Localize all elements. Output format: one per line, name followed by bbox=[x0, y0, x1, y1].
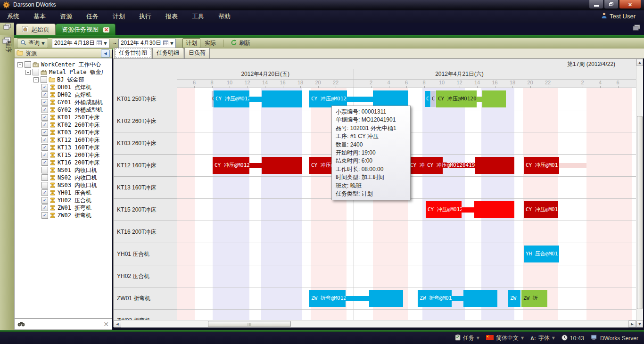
status-item-server[interactable]: DWorks Server bbox=[591, 335, 638, 342]
tree-node-kt01[interactable]: ✓KT01 250T冲床 bbox=[15, 114, 112, 121]
view-tab-gantt[interactable]: 任务甘特图 bbox=[115, 48, 151, 58]
menu-item-7[interactable]: 工具 bbox=[185, 10, 211, 23]
tree-node-workcenter[interactable]: WorkCenter 工作中心 bbox=[15, 61, 112, 68]
checkbox[interactable]: ✓ bbox=[41, 91, 48, 98]
task-bar[interactable] bbox=[475, 157, 514, 174]
tree-node-kt16[interactable]: ✓KT16 200T冲床 bbox=[15, 159, 112, 166]
checkbox[interactable] bbox=[25, 61, 31, 68]
windows-menu-icon[interactable] bbox=[633, 25, 640, 33]
tree-node-gy02[interactable]: ✓GY02 外桶成型机 bbox=[15, 106, 112, 114]
checkbox[interactable] bbox=[33, 69, 39, 75]
task-bar[interactable]: CY 冲压@MO12041901 bbox=[309, 90, 347, 107]
tab-close-icon[interactable]: ✕ bbox=[103, 27, 109, 33]
view-tab-dayload[interactable]: 日负荷 bbox=[184, 48, 210, 58]
task-bar[interactable]: ZW 折 bbox=[521, 290, 547, 307]
status-item-flag[interactable]: 简体中文▼ bbox=[486, 334, 524, 342]
checkbox[interactable]: ✓ bbox=[41, 144, 48, 151]
chevron-down-icon[interactable]: ▼ bbox=[521, 336, 524, 340]
user-area[interactable]: Test User bbox=[601, 12, 636, 20]
task-bar[interactable]: CY 冲压@MO12041901 bbox=[214, 90, 249, 107]
tree-node-ns01[interactable]: NS01 内收口机 bbox=[15, 166, 112, 174]
task-bar[interactable] bbox=[369, 290, 403, 307]
query-button[interactable]: 查询 ▼ bbox=[17, 38, 48, 48]
checkbox[interactable]: ✓ bbox=[41, 137, 48, 143]
tree-node-gy01[interactable]: ✓GY01 外桶成型机 bbox=[15, 98, 112, 106]
menu-item-3[interactable]: 任务 bbox=[79, 10, 106, 23]
task-chip[interactable]: C bbox=[431, 91, 436, 107]
task-bar[interactable]: CY 冲压@MO12041904 bbox=[213, 157, 249, 174]
side-collapsed-panel[interactable] bbox=[0, 35, 14, 330]
checkbox[interactable] bbox=[41, 76, 47, 83]
tree-node-dh01[interactable]: ✓DH01 点焊机 bbox=[15, 83, 112, 91]
task-bar[interactable]: CY 冲压@MO12041902 bbox=[436, 90, 477, 107]
checkbox[interactable]: ✓ bbox=[41, 106, 48, 113]
h-scrollbar[interactable]: ◀ ▶ bbox=[114, 320, 636, 328]
status-item-tasks[interactable]: 任务▼ bbox=[455, 334, 479, 342]
tree-node-kt12[interactable]: ✓KT12 160T冲床 bbox=[15, 136, 112, 144]
tree-node-ns03[interactable]: NS03 内收口机 bbox=[15, 181, 112, 189]
minimize-button[interactable] bbox=[589, 0, 603, 9]
date-to-field[interactable]: 2012年 4月30日 ▼ bbox=[118, 39, 176, 48]
task-chip[interactable]: C bbox=[425, 91, 430, 107]
checkbox[interactable] bbox=[41, 182, 48, 188]
task-bar[interactable] bbox=[463, 290, 497, 307]
checkbox[interactable]: ✓ bbox=[41, 122, 48, 128]
expander-icon[interactable] bbox=[33, 77, 39, 82]
tree-node-ns02[interactable]: NS02 内收口机 bbox=[15, 174, 112, 181]
expander-icon[interactable] bbox=[17, 62, 23, 67]
side-tab-programs[interactable]: 程序 bbox=[4, 41, 13, 52]
task-bar[interactable]: ZW 折弯@MO12041901 bbox=[309, 290, 346, 307]
chevron-down-icon[interactable]: ▼ bbox=[104, 41, 107, 46]
close-button[interactable]: × bbox=[619, 0, 641, 9]
status-item-clock[interactable]: 10:43 bbox=[561, 335, 584, 342]
menu-item-8[interactable]: 帮助 bbox=[211, 10, 238, 23]
tree-node-yh02[interactable]: ✓YH02 压合机 bbox=[15, 197, 112, 204]
date-from-field[interactable]: 2012年 4月18日 ▼ bbox=[52, 39, 109, 48]
tree-node-zw02[interactable]: ✓ZW02 折弯机 bbox=[15, 212, 112, 219]
task-bar[interactable] bbox=[482, 90, 506, 107]
menu-item-0[interactable]: 系统 bbox=[0, 10, 26, 23]
menu-item-6[interactable]: 报表 bbox=[158, 10, 185, 23]
binoculars-icon[interactable] bbox=[17, 320, 25, 328]
chevron-down-icon[interactable]: ▼ bbox=[477, 336, 479, 340]
h-scroll-thumb[interactable] bbox=[208, 321, 291, 327]
v-scrollbar[interactable]: ▲ ▼ bbox=[636, 59, 643, 328]
doc-tab-home[interactable]: 起始页 bbox=[16, 24, 56, 35]
scroll-left-arrow[interactable]: ◀ bbox=[114, 320, 121, 328]
task-bar[interactable]: CY 冲压@MO1 bbox=[524, 157, 559, 174]
tree-node-kt13[interactable]: ✓KT13 160T冲床 bbox=[15, 144, 112, 151]
task-bar[interactable] bbox=[373, 90, 408, 107]
view-tab-detail[interactable]: 任务明细 bbox=[152, 48, 183, 58]
v-scroll-thumb[interactable] bbox=[637, 116, 643, 309]
task-bar[interactable] bbox=[262, 90, 302, 107]
checkbox[interactable] bbox=[41, 167, 48, 173]
chevron-down-icon[interactable]: ▼ bbox=[552, 336, 555, 340]
menu-item-4[interactable]: 计划 bbox=[106, 10, 132, 23]
checkbox[interactable] bbox=[41, 174, 48, 181]
tree-node-kt02[interactable]: ✓KT02 260T冲床 bbox=[15, 121, 112, 129]
tree-node-metal[interactable]: Metal Plate 钣金厂 bbox=[15, 68, 112, 76]
tree-node-yh01[interactable]: ✓YH01 压合机 bbox=[15, 189, 112, 197]
menu-item-1[interactable]: 基本 bbox=[26, 10, 53, 23]
checkbox[interactable]: ✓ bbox=[41, 152, 48, 158]
tree-node-dh02[interactable]: ✓DH02 点焊机 bbox=[15, 91, 112, 98]
task-bar[interactable] bbox=[474, 201, 514, 218]
task-bar[interactable]: YH 压合@MO1 bbox=[524, 246, 559, 262]
task-bar[interactable]: CY 冲压@MO12041903 bbox=[426, 201, 462, 218]
window-list-corner[interactable] bbox=[0, 23, 14, 36]
checkbox[interactable]: ✓ bbox=[41, 205, 48, 211]
actual-button[interactable]: 实际 bbox=[201, 38, 219, 48]
checkbox[interactable]: ✓ bbox=[41, 189, 48, 196]
task-bar[interactable]: CY 冲压@MO1 bbox=[524, 201, 558, 218]
doc-tab-resource-task-view[interactable]: 资源任务视图 ✕ bbox=[56, 24, 116, 35]
scroll-right-arrow[interactable]: ▶ bbox=[628, 320, 636, 328]
checkbox[interactable]: ✓ bbox=[41, 197, 48, 204]
collapse-panel-button[interactable]: ◀ bbox=[101, 49, 110, 57]
task-bar[interactable]: ZW bbox=[508, 290, 520, 307]
clear-filter-icon[interactable]: ✕ bbox=[103, 320, 109, 328]
checkbox[interactable]: ✓ bbox=[41, 212, 48, 219]
task-bar[interactable]: ZW 折弯@MO12041901 bbox=[418, 290, 452, 307]
tree-node-bj[interactable]: BJ 钣金部 bbox=[15, 76, 112, 83]
checkbox[interactable]: ✓ bbox=[41, 129, 48, 136]
expander-icon[interactable] bbox=[25, 70, 31, 75]
